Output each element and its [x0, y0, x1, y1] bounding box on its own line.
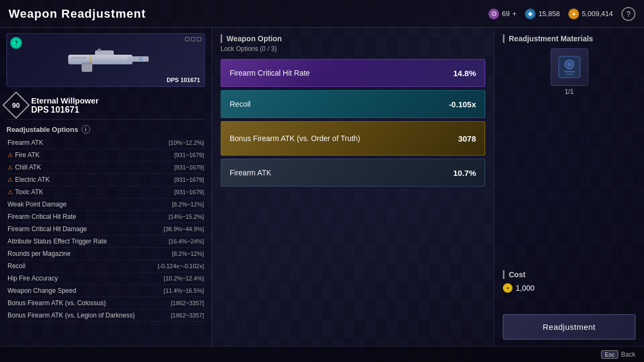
- list-item: Firearm ATK [10%~12.2%]: [6, 137, 205, 149]
- dps-value-preview: 101671: [180, 77, 200, 83]
- option-card-label-3: Bonus Firearm ATK (vs. Order of Truth): [230, 134, 360, 143]
- option-card-value-4: 10.7%: [453, 168, 476, 178]
- option-name: Firearm Critical Hit Rate: [8, 213, 76, 220]
- level-diamond: 90: [3, 92, 30, 119]
- main-content: ?: [0, 28, 644, 346]
- weapon-image: [57, 44, 154, 76]
- left-panel: ?: [0, 28, 212, 346]
- svg-point-6: [138, 57, 143, 61]
- list-item: ⚠ Toxic ATK [931~1679]: [6, 186, 205, 198]
- option-range: [8.2%~12%]: [172, 201, 204, 208]
- top-right-bar: ⬡ 69 + ◈ 15,858 ● 5,009,414 ?: [488, 7, 635, 21]
- option-range: [14%~15.2%]: [169, 213, 204, 220]
- option-card-inner-2: Recoil -0.105x: [221, 91, 485, 117]
- option-name: Firearm ATK: [8, 139, 43, 146]
- list-item: Firearm Critical Hit Damage [36.9%~44.9%…: [6, 223, 205, 235]
- warning-icon: ⚠: [8, 164, 13, 171]
- readjustable-title: Readjustable Options: [6, 125, 78, 134]
- bottom-bar: Esc Back: [0, 346, 644, 362]
- dps-label: DPS: [167, 77, 179, 83]
- weapon-option-title: Weapon Option: [221, 34, 485, 43]
- list-item: Hip Fire Accuracy [10.2%~12.4%]: [6, 272, 205, 285]
- option-card-label-2: Recoil: [230, 100, 251, 108]
- spacer: [503, 106, 635, 270]
- option-card-1[interactable]: Firearm Critical Hit Rate 14.8%: [221, 59, 485, 87]
- coin-icon: ●: [503, 283, 513, 293]
- svg-rect-13: [566, 73, 573, 75]
- top-bar: Weapon Readjustment ⬡ 69 + ◈ 15,858 ● 5,…: [0, 0, 644, 28]
- option-range: [8.2%~12%]: [172, 250, 204, 257]
- right-panel: Readjustment Materials 1/1: [494, 28, 644, 346]
- warning-icon: ⚠: [8, 189, 13, 196]
- info-icon[interactable]: i: [82, 125, 90, 134]
- weapon-level: 90: [12, 101, 20, 109]
- slot-3: [197, 37, 201, 41]
- weapon-name-block: Eternal Willpower DPS 101671: [31, 96, 99, 115]
- slot-1: [185, 37, 189, 41]
- option-range: [1862~3357]: [171, 300, 204, 306]
- blue-currency-value: 15,858: [538, 10, 560, 18]
- option-card-2[interactable]: Recoil -0.105x: [221, 90, 485, 118]
- list-item: Bonus Firearm ATK (vs. Colossus) [1862~3…: [6, 297, 205, 309]
- list-item: Weak Point Damage [8.2%~12%]: [6, 198, 205, 211]
- currency-blue: ◈ 15,858: [525, 9, 560, 19]
- material-item: 1/1: [503, 48, 635, 95]
- weapon-dps-value: 101671: [50, 105, 79, 114]
- options-list: Firearm ATK [10%~12.2%] ⚠ Fire ATK [931~…: [6, 137, 205, 341]
- option-card-3[interactable]: Bonus Firearm ATK (vs. Order of Truth) 3…: [221, 121, 485, 156]
- purple-currency-value: 69: [502, 10, 509, 18]
- option-name: Rounds per Magazine: [8, 250, 70, 257]
- option-range: [10.2%~12.4%]: [164, 275, 204, 282]
- readjustable-section-header: Readjustable Options i: [6, 125, 205, 134]
- back-label: Back: [621, 351, 635, 358]
- weapon-option-list: Firearm Critical Hit Rate 14.8% Recoil -…: [221, 59, 485, 187]
- gold-currency-value: 5,009,414: [582, 10, 613, 18]
- option-card-inner-3: Bonus Firearm ATK (vs. Order of Truth) 3…: [221, 122, 485, 155]
- list-item: ⚠ Fire ATK [931~1679]: [6, 149, 205, 161]
- list-item: ⚠ Chill ATK [931~1679]: [6, 161, 205, 174]
- option-card-label-4: Firearm ATK: [230, 168, 272, 177]
- option-name: Weak Point Damage: [8, 201, 67, 208]
- option-name: Weapon Change Speed: [8, 287, 76, 294]
- slot-2: [191, 37, 195, 41]
- option-card-value-2: -0.105x: [449, 100, 476, 109]
- weapon-dps-line: DPS 101671: [31, 105, 99, 115]
- option-name: Attribute Status Effect Trigger Rate: [8, 238, 107, 245]
- list-item: Recoil [-0.124x~-0.102x]: [6, 260, 205, 272]
- purple-currency-extra: +: [513, 10, 517, 18]
- readjustment-label: Readjustment: [543, 322, 596, 331]
- svg-rect-12: [564, 71, 575, 72]
- currency-purple: ⬡ 69 +: [488, 9, 516, 19]
- list-item: Weapon Change Speed [11.4%~16.5%]: [6, 285, 205, 297]
- dps-badge: DPS 101671: [167, 77, 200, 83]
- option-range: [931~1679]: [174, 152, 204, 158]
- option-range: [36.9%~44.9%]: [164, 226, 204, 232]
- option-name: ⚠ Fire ATK: [8, 151, 40, 159]
- esc-key: Esc: [601, 350, 618, 359]
- help-button[interactable]: ?: [621, 7, 635, 21]
- option-name: Recoil: [8, 262, 25, 270]
- spacer-2: [503, 293, 635, 314]
- cost-section: Cost ● 1,000: [503, 270, 635, 293]
- cost-value: ● 1,000: [503, 283, 635, 293]
- middle-panel: Weapon Option Lock Options (0 / 3) Firea…: [212, 28, 494, 346]
- option-card-value-3: 3078: [458, 134, 476, 143]
- material-icon: [551, 48, 588, 86]
- gold-currency-icon: ●: [568, 9, 579, 19]
- weapon-dps-label-2: DPS: [31, 105, 49, 114]
- svg-rect-4: [98, 49, 101, 51]
- cost-amount: 1,000: [516, 284, 535, 292]
- esc-hint: Esc Back: [601, 350, 635, 359]
- option-range: [931~1679]: [174, 176, 204, 183]
- materials-title: Readjustment Materials: [503, 34, 635, 43]
- weapon-preview: ?: [6, 33, 205, 87]
- option-card-4[interactable]: Firearm ATK 10.7%: [221, 159, 485, 187]
- option-card-inner-4: Firearm ATK 10.7%: [221, 159, 485, 186]
- readjustment-button[interactable]: Readjustment: [503, 314, 635, 339]
- blue-currency-icon: ◈: [525, 9, 536, 19]
- option-name: Hip Fire Accuracy: [8, 275, 58, 282]
- list-item: Attribute Status Effect Trigger Rate [16…: [6, 235, 205, 248]
- currency-gold: ● 5,009,414: [568, 9, 613, 19]
- option-range: [931~1679]: [174, 164, 204, 171]
- page-title: Weapon Readjustment: [9, 7, 146, 21]
